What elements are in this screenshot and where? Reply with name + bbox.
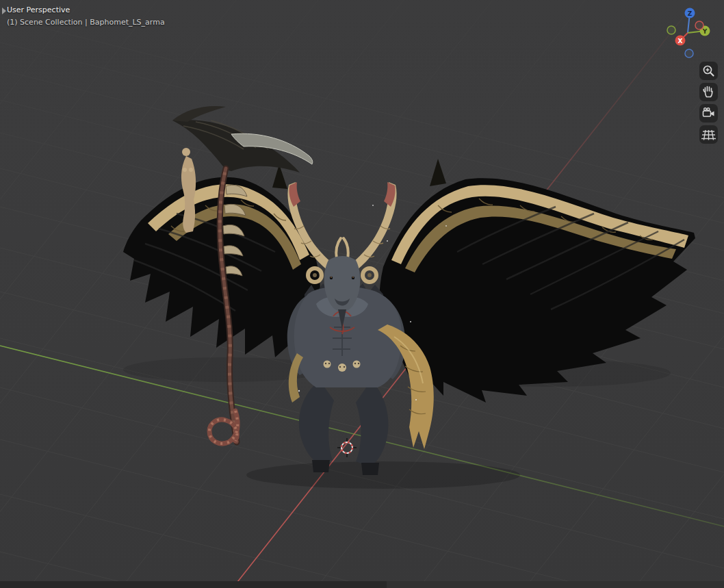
zoom-button[interactable] xyxy=(699,62,718,80)
3d-cursor[interactable] xyxy=(337,438,357,457)
scene-canvas[interactable] xyxy=(0,0,724,588)
gizmo-axis-z-negative[interactable] xyxy=(685,49,693,57)
viewport-tool-column xyxy=(699,62,718,144)
left-hoof xyxy=(312,460,330,472)
gizmo-axis-x-positive[interactable]: X xyxy=(675,36,686,46)
gizmo-z-label: Z xyxy=(688,10,693,17)
left-leg xyxy=(299,383,334,464)
gizmo-x-label: X xyxy=(678,38,683,44)
move-view-button[interactable] xyxy=(699,83,718,101)
gizmo-axis-x-negative[interactable] xyxy=(695,21,703,29)
fog-overlay xyxy=(0,0,724,219)
gizmo-axis-z-positive[interactable]: Z xyxy=(685,8,695,18)
floor-shadow xyxy=(123,357,671,489)
magnifier-plus-icon xyxy=(699,62,718,80)
hand-icon xyxy=(699,83,718,101)
camera-view-button[interactable] xyxy=(699,104,718,123)
camera-icon xyxy=(699,104,718,123)
toggle-grid-ortho-button[interactable] xyxy=(699,125,718,144)
gizmo-y-label: Y xyxy=(702,28,708,35)
grid-icon xyxy=(699,125,718,144)
bottom-editor-edge-left[interactable] xyxy=(0,581,387,588)
navigation-gizmo[interactable]: Z Y X xyxy=(657,2,719,64)
3d-viewport[interactable]: User Perspective (1) Scene Collection | … xyxy=(0,0,724,588)
editor-corner-icon[interactable] xyxy=(1,6,8,16)
body xyxy=(287,283,405,475)
gizmo-axis-y-negative[interactable] xyxy=(667,26,675,34)
right-hoof xyxy=(361,463,379,475)
